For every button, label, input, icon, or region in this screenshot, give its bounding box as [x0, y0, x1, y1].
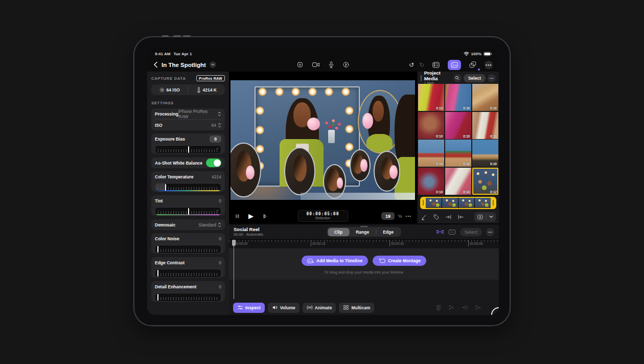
media-thumbnail[interactable]: 0:10 — [472, 112, 498, 139]
slider-ticks — [158, 297, 218, 300]
step-backward-button[interactable] — [234, 213, 240, 219]
play-button[interactable]: ▶ — [248, 212, 254, 220]
color-noise-slider[interactable] — [155, 245, 221, 254]
slider-marker[interactable] — [157, 294, 158, 301]
insert-options-button[interactable] — [487, 215, 496, 218]
round-mirror — [374, 151, 400, 192]
color-noise-label: Color Noise — [155, 236, 179, 241]
multicam-tool-button[interactable]: Multicam — [339, 303, 374, 313]
light-bulb — [345, 143, 354, 151]
reflection-face — [293, 155, 307, 181]
trim-handle-left[interactable] — [422, 198, 425, 209]
media-thumbnail[interactable]: 0:10 — [472, 140, 498, 167]
undo-button[interactable]: ↺ — [409, 62, 414, 68]
slider-marker[interactable] — [165, 184, 166, 191]
marker-icon[interactable] — [421, 214, 427, 220]
insert-segmented-button — [474, 212, 496, 222]
zoom-level[interactable]: 19 — [381, 212, 395, 220]
mic-icon[interactable] — [329, 61, 334, 69]
vase — [328, 130, 335, 143]
clip-duration: 0:10 — [490, 162, 497, 166]
edge-contrast-card: Edge Contrast 0 — [151, 257, 225, 278]
media-thumbnail[interactable]: 0:10 — [445, 168, 471, 195]
media-browser-button[interactable] — [448, 60, 461, 70]
viewer-more-button[interactable]: ••• — [406, 214, 411, 218]
redo-button[interactable]: ↻ — [419, 62, 424, 68]
captions-box-icon[interactable] — [448, 229, 456, 235]
split-clip-icon[interactable] — [448, 304, 455, 311]
demosaic-row[interactable]: Demosaic Standard — [155, 219, 221, 230]
clip-name: Reflection — [298, 216, 348, 220]
media-thumbnail-selected[interactable]: 0:12 — [472, 168, 498, 195]
insert-left-icon[interactable] — [462, 304, 468, 311]
append-to-start-icon[interactable] — [457, 214, 464, 220]
tint-slider[interactable]: - + — [155, 207, 221, 216]
append-to-end-icon[interactable] — [445, 214, 452, 220]
import-icon[interactable] — [297, 61, 304, 68]
step-forward-button[interactable] — [262, 213, 268, 219]
timeline-track-area[interactable]: Add Media to Timeline Create Montage Or … — [229, 248, 499, 280]
media-select-button[interactable]: Select — [464, 74, 486, 82]
mode-range[interactable]: Range — [349, 228, 376, 236]
media-thumbnail[interactable]: 0:10 — [418, 112, 444, 139]
media-thumbnail[interactable]: 0:10 — [418, 168, 444, 195]
timeline-ruler[interactable]: 00:00:00 00:00:15 00:00:30 00:00:45 — [229, 239, 499, 248]
slider-ticks — [158, 273, 218, 276]
slider-marker[interactable] — [157, 270, 158, 277]
more-options-button[interactable]: ●●● — [485, 61, 493, 69]
media-thumbnail[interactable]: 0:10 — [418, 140, 444, 167]
reflection-cardigan — [366, 134, 393, 153]
back-button[interactable] — [153, 61, 158, 68]
trim-handle-right[interactable] — [492, 198, 495, 209]
media-more-button[interactable]: ••• — [488, 74, 496, 82]
clips-button[interactable] — [466, 60, 479, 70]
media-thumbnail[interactable]: 0:10 — [472, 84, 498, 111]
inspect-tool-button[interactable]: Inspect — [233, 303, 265, 313]
iso-row[interactable]: ISO 64 — [155, 120, 221, 130]
sun-icon — [159, 87, 165, 93]
camera-icon[interactable] — [312, 61, 320, 68]
insert-clip-button[interactable] — [474, 214, 486, 220]
slider-marker[interactable] — [188, 208, 189, 215]
insert-right-icon[interactable] — [475, 304, 481, 311]
delete-icon[interactable] — [435, 304, 442, 311]
storyboard-view-button[interactable] — [429, 60, 443, 70]
filmstrip-frames — [426, 198, 491, 209]
exposure-bias-slider[interactable]: - + — [155, 145, 221, 154]
iso-label: ISO — [155, 123, 163, 128]
exposure-bias-value[interactable]: 0 — [210, 135, 221, 143]
viewer-video[interactable] — [231, 80, 415, 200]
create-montage-button[interactable]: Create Montage — [373, 256, 426, 266]
timeline-select-button[interactable]: Select — [460, 228, 482, 236]
exposure-bias-label: Exposure Bias — [155, 136, 185, 142]
mode-edge[interactable]: Edge — [376, 228, 400, 236]
pencil-circle-icon[interactable] — [343, 61, 350, 68]
timecode-display[interactable]: 00:00:05:00 Reflection — [298, 210, 348, 222]
tag-icon[interactable] — [433, 214, 440, 220]
media-thumbnail[interactable]: 0:10 — [418, 84, 444, 111]
mode-clip[interactable]: Clip — [328, 228, 349, 236]
jog-wheel-icon[interactable] — [436, 229, 444, 235]
white-balance-toggle[interactable] — [206, 158, 221, 167]
panel-resize-handle[interactable] — [421, 75, 422, 81]
title-dropdown-button[interactable] — [210, 61, 216, 68]
edge-contrast-slider[interactable] — [155, 269, 221, 278]
capture-chips: 64 ISO 4214 K — [151, 84, 225, 95]
media-thumbnail[interactable]: 0:10 — [445, 112, 471, 139]
media-thumbnail[interactable]: 0:10 — [445, 84, 471, 111]
detail-enhancement-slider[interactable] — [155, 293, 221, 302]
playhead[interactable] — [232, 240, 236, 299]
tint-value: 0 — [219, 198, 221, 203]
processing-row[interactable]: Processing iPhone ProRes RAW — [155, 108, 221, 119]
volume-tool-button[interactable]: Volume — [268, 303, 300, 313]
clip-filmstrip[interactable] — [420, 197, 496, 210]
timeline-meta: 00:00 · Automatic — [234, 233, 263, 237]
add-media-button[interactable]: Add Media to Timeline — [302, 256, 368, 266]
timeline-more-button[interactable]: ••• — [486, 228, 494, 236]
animate-tool-button[interactable]: Animate — [303, 303, 336, 313]
slider-marker[interactable] — [157, 246, 158, 253]
color-temperature-slider[interactable] — [155, 183, 221, 192]
media-thumbnail[interactable]: 0:10 — [445, 140, 471, 167]
search-button[interactable] — [453, 74, 462, 82]
slider-marker[interactable] — [188, 146, 189, 153]
